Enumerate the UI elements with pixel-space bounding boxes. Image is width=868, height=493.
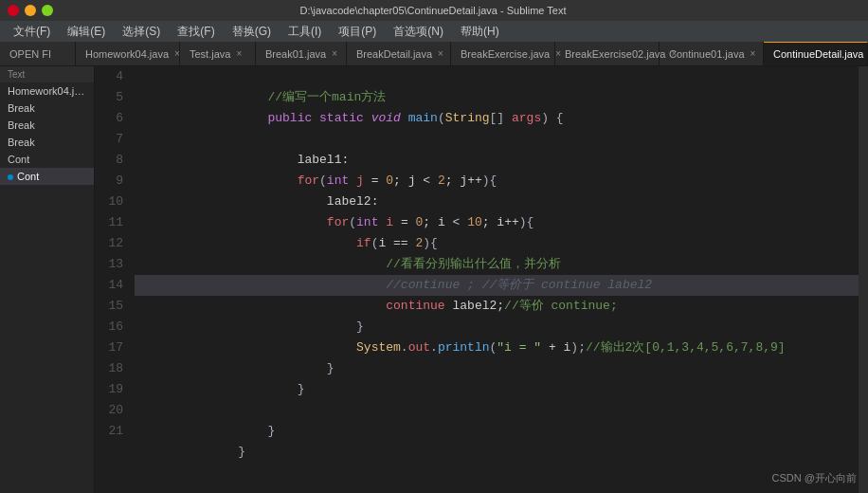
menu-tools[interactable]: 工具(I) <box>280 22 329 42</box>
editor[interactable]: 4 5 6 7 8 9 10 11 12 13 14 15 16 17 18 1… <box>95 66 868 493</box>
tab-breakexercise[interactable]: BreakExercise.java × <box>451 42 555 65</box>
code-line-20: } <box>135 400 859 421</box>
scrollbar[interactable] <box>859 66 868 493</box>
watermark: CSDN @开心向前 <box>772 471 857 485</box>
window-title: D:\javacode\chapter05\ContinueDetail.jav… <box>53 5 813 16</box>
sidebar-header: Text <box>0 66 94 82</box>
tab-close-icon[interactable]: × <box>438 48 443 59</box>
sidebar-item-break2[interactable]: Break <box>0 117 94 134</box>
tab-breakdetail[interactable]: BreakDetail.java × <box>347 42 451 65</box>
sidebar-item-cont1[interactable]: Cont <box>0 151 94 168</box>
menu-bar: 文件(F) 编辑(E) 选择(S) 查找(F) 替换(G) 工具(I) 项目(P… <box>0 21 868 42</box>
close-button[interactable] <box>8 5 19 16</box>
menu-find[interactable]: 查找(F) <box>170 22 222 42</box>
tab-homework04[interactable]: Homework04.java × <box>76 42 180 65</box>
tab-break01[interactable]: Break01.java × <box>256 42 347 65</box>
tab-close-icon[interactable]: × <box>236 48 242 59</box>
menu-preferences[interactable]: 首选项(N) <box>386 22 451 42</box>
sidebar-item-homework04[interactable]: Homework04.java <box>0 82 94 100</box>
line-numbers: 4 5 6 7 8 9 10 11 12 13 14 15 16 17 18 1… <box>95 66 129 493</box>
main-layout: Text Homework04.java Break Break Break C… <box>0 66 868 493</box>
tab-close-icon[interactable]: × <box>174 48 180 59</box>
tab-close-icon[interactable]: × <box>332 48 337 59</box>
tab-close-icon[interactable]: × <box>750 48 756 59</box>
sidebar-item-cont2[interactable]: Cont <box>0 168 94 185</box>
minimize-button[interactable] <box>25 5 36 16</box>
window-controls[interactable] <box>8 5 53 16</box>
active-indicator <box>8 174 13 180</box>
maximize-button[interactable] <box>42 5 53 16</box>
code-line-4: //编写一个main方法 <box>135 66 859 87</box>
tab-continue01[interactable]: Continue01.java × <box>660 42 764 65</box>
code-line-7: label1: <box>135 129 859 150</box>
tab-breakexercise02[interactable]: BreakExercise02.java × <box>555 42 660 65</box>
tab-continuedetail[interactable]: ContinueDetail.java × <box>764 42 868 65</box>
code-content: //编写一个main方法 public static void main(Str… <box>129 66 859 493</box>
menu-file[interactable]: 文件(F) <box>6 22 58 42</box>
menu-replace[interactable]: 替换(G) <box>225 22 279 42</box>
menu-edit[interactable]: 编辑(E) <box>60 22 113 42</box>
tabs-bar: OPEN FI Homework04.java × Test.java × Br… <box>0 42 868 66</box>
tab-open-files[interactable]: OPEN FI <box>0 42 76 65</box>
sidebar-item-break1[interactable]: Break <box>0 100 94 117</box>
title-bar: D:\javacode\chapter05\ContinueDetail.jav… <box>0 0 868 21</box>
menu-select[interactable]: 选择(S) <box>115 22 168 42</box>
menu-project[interactable]: 项目(P) <box>331 22 384 42</box>
sidebar-item-break3[interactable]: Break <box>0 134 94 151</box>
sidebar: Text Homework04.java Break Break Break C… <box>0 66 95 493</box>
tab-test[interactable]: Test.java × <box>180 42 256 65</box>
menu-help[interactable]: 帮助(H) <box>453 22 507 42</box>
code-area: 4 5 6 7 8 9 10 11 12 13 14 15 16 17 18 1… <box>95 66 868 493</box>
